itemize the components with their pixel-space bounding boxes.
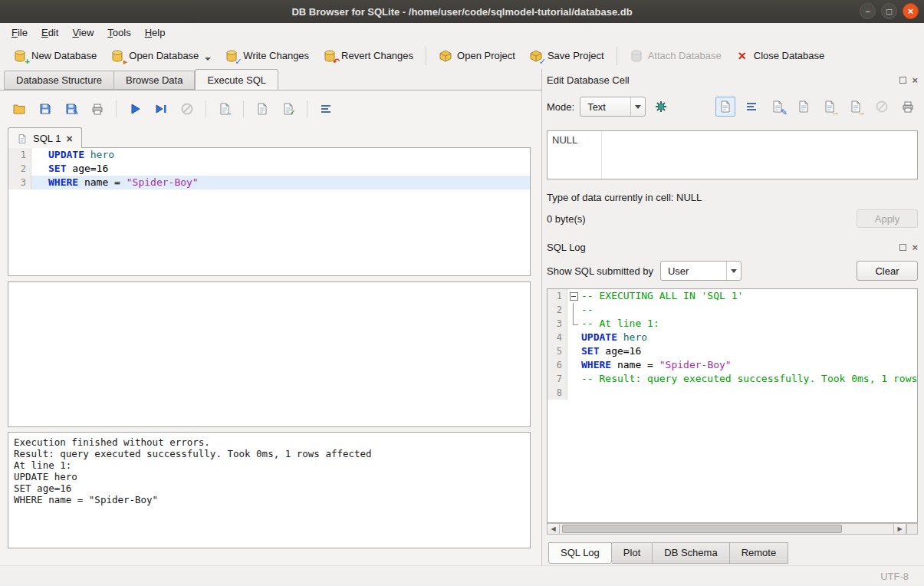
scrollbar-thumb[interactable] [562,525,842,533]
format-sql-button[interactable] [316,99,336,119]
text-mode-button[interactable] [715,97,735,117]
export-cell-button[interactable]: → [846,97,866,117]
clear-log-button[interactable]: Clear [857,261,918,281]
code-line: 8 [547,386,917,400]
tab-sql-log[interactable]: SQL Log [548,542,612,564]
scroll-right-button[interactable]: ▶ [893,523,906,535]
toolbar-button-label: Open Database [129,50,199,61]
line-number: 3 [547,317,567,331]
menu-help[interactable]: Help [138,24,173,41]
open-project-button[interactable]: Open Project [432,46,522,66]
fold-marker-icon[interactable] [567,289,580,303]
toolbar-button-label: Open Project [457,50,515,61]
check-badge-icon: ✓ [235,58,242,66]
menu-tools[interactable]: Tools [100,24,137,41]
minimize-button[interactable]: − [860,3,876,19]
open-sql-file-button[interactable] [9,99,29,119]
set-null-button[interactable] [872,97,892,117]
open-project-icon [439,49,452,63]
replace-button[interactable]: ✓ [278,99,298,119]
toolbar-separator [243,100,244,117]
close-window-button[interactable]: × [903,3,919,19]
cell-value-editor[interactable]: NULL [547,130,918,179]
save-sql-as-icon: ✎ [64,102,78,116]
apply-button-label: Apply [875,213,900,225]
close-tab-icon[interactable]: × [66,135,72,143]
fold-marker-icon [567,317,580,331]
open-database-dropdown-icon[interactable] [205,58,211,61]
word-wrap-button[interactable] [742,97,761,117]
close-dock-icon[interactable]: × [912,244,918,251]
find-icon [255,102,269,116]
code-line: 3WHERE name = "Spider-Boy" [8,176,530,189]
cell-settings-button[interactable] [651,97,671,117]
mode-label: Mode: [547,101,574,113]
attach-database-button[interactable]: Attach Database [623,46,728,66]
code-text: UPDATE hero [31,148,114,162]
close-dock-icon[interactable]: × [912,77,918,84]
copy-cell-icon [797,100,811,114]
stop-execution-button[interactable] [177,99,197,119]
toolbar-button-label: Revert Changes [341,50,413,61]
execute-all-button[interactable] [125,99,145,119]
maximize-button[interactable]: □ [881,3,897,19]
menu-edit[interactable]: Edit [35,24,65,41]
print-sql-button[interactable] [87,99,107,119]
scroll-left-button[interactable]: ◀ [547,523,560,535]
menu-file[interactable]: File [5,24,35,41]
open-database-button[interactable]: ▸ Open Database [104,46,218,66]
revert-changes-button[interactable]: ↶ Revert Changes [316,46,420,66]
import-cell-icon: → [823,100,837,114]
new-database-button[interactable]: + New Database [6,46,104,66]
save-sql-as-button[interactable]: ✎ [61,99,81,119]
sql-editor-tabbar: SQL 1 × [8,124,541,147]
save-project-button[interactable]: ✓ Save Project [522,46,611,66]
check-badge-icon: ✓ [290,109,296,117]
set-null-icon [875,100,889,114]
line-number: 7 [547,372,567,386]
code-line: 1-- EXECUTING ALL IN 'SQL 1' [547,289,917,303]
cell-type-info: Type of data currently in cell: NULL [547,192,918,203]
results-grid[interactable] [8,281,531,427]
fold-gutter [567,358,580,372]
sql-log-view[interactable]: 1-- EXECUTING ALL IN 'SQL 1'2--3-- At li… [547,288,918,523]
line-number: 1 [8,148,31,162]
code-text: -- Result: query executed successfully. … [580,372,917,386]
execute-current-line-button[interactable] [151,99,171,119]
status-encoding: UTF-8 [880,571,909,582]
print-cell-button[interactable] [898,97,918,117]
tab-remote[interactable]: Remote [730,542,789,564]
write-changes-button[interactable]: ✓ Write Changes [218,46,316,66]
float-dock-icon[interactable] [899,244,906,251]
apply-button[interactable]: Apply [857,209,918,228]
open-database-icon: ▸ [110,49,124,63]
edit-cell-button[interactable]: ✎ [768,97,788,117]
copy-cell-button[interactable] [794,97,814,117]
sql-editor[interactable]: 1UPDATE hero2SET age=163WHERE name = "Sp… [8,147,531,276]
tab-database-structure[interactable]: Database Structure [4,71,114,90]
mode-select[interactable]: Text [580,97,646,117]
tab-db-schema[interactable]: DB Schema [653,542,729,564]
tab-sql-1[interactable]: SQL 1 × [8,127,82,148]
sql-toolbar: ✎ → ✓ [0,91,541,124]
line-number: 6 [547,358,567,372]
scrollbar-track[interactable] [560,523,893,535]
toolbar-button-label: New Database [31,50,97,61]
submitted-by-select[interactable]: User [660,261,742,281]
toolbar-separator [206,100,206,117]
tab-plot[interactable]: Plot [612,542,653,564]
save-sql-file-button[interactable] [35,99,55,119]
tab-execute-sql[interactable]: Execute SQL [195,69,278,90]
cell-size-row: 0 byte(s) Apply [547,209,918,228]
float-dock-icon[interactable] [899,77,906,84]
menu-view[interactable]: View [65,24,100,41]
sql-log-header: SQL Log × [547,242,918,253]
tab-browse-data[interactable]: Browse Data [114,71,195,90]
export-results-button[interactable]: → [215,99,235,119]
statusbar: UTF-8 [0,565,924,586]
import-cell-button[interactable]: → [820,97,840,117]
find-button[interactable] [252,99,272,119]
close-database-button[interactable]: × Close Database [728,47,832,65]
execution-status-log: Execution finished without errors. Resul… [8,432,531,548]
titlebar[interactable]: DB Browser for SQLite - /home/user/code/… [0,0,924,23]
